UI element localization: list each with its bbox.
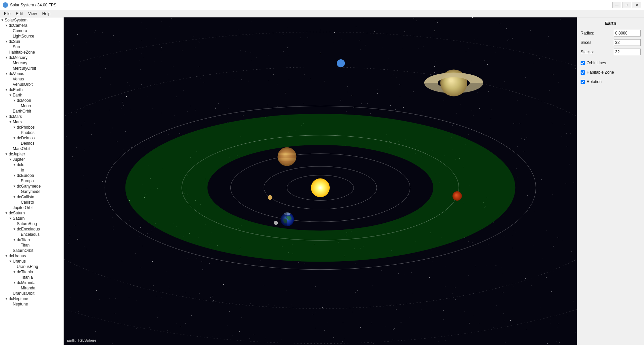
menu-edit[interactable]: Edit (13, 11, 25, 17)
tree-item-solarsystem[interactable]: ▼SolarSystem (0, 17, 63, 23)
tree-item-titan[interactable]: Titan (0, 243, 63, 248)
close-button[interactable]: ✕ (633, 2, 641, 8)
stacks-input[interactable] (614, 49, 641, 55)
tree-item-dcio[interactable]: ▼dcIo (0, 162, 63, 167)
solar-system-canvas (64, 17, 577, 345)
tree-label-saturnorbit: SaturnOrbit (13, 248, 33, 253)
habitable-zone-label[interactable]: Habitable Zone (587, 70, 614, 75)
tree-item-dcsun[interactable]: ▼dcSun (0, 39, 63, 44)
menu-view[interactable]: View (25, 11, 40, 17)
tree-item-marsorbit[interactable]: MarsOrbit (0, 146, 63, 151)
tree-item-earthorbit[interactable]: EarthOrbit (0, 109, 63, 114)
orbit-lines-checkbox[interactable] (581, 61, 585, 65)
tree-item-venus[interactable]: Venus (0, 76, 63, 82)
tree-item-dcmercury[interactable]: ▼dcMercury (0, 55, 63, 60)
tree-item-dcuranus[interactable]: ▼dcUranus (0, 253, 63, 259)
slices-input[interactable] (614, 39, 641, 46)
tree-label-dcuranus: dcUranus (9, 254, 26, 258)
radius-label: Radius: (581, 31, 594, 36)
tree-toggle-earth: ▼ (8, 93, 13, 97)
titlebar: Solar System / 34.00 FPS — □ ✕ (0, 0, 644, 10)
tree-item-enceladus[interactable]: Enceladus (0, 232, 63, 237)
tree-label-dcganymede: dcGanymede (17, 184, 41, 189)
tree-label-phobos: Phobos (21, 130, 35, 135)
tree-item-sun[interactable]: Sun (0, 44, 63, 50)
tree-item-uranusorbit[interactable]: UranusOrbit (0, 291, 63, 296)
tree-toggle-dcganymede: ▼ (12, 185, 17, 188)
tree-item-dcmars[interactable]: ▼dcMars (0, 114, 63, 119)
tree-item-mercury[interactable]: Mercury (0, 60, 63, 66)
titlebar-controls: — □ ✕ (612, 2, 641, 8)
tree-label-saturnring: SaturnRing (17, 221, 37, 226)
minimize-button[interactable]: — (612, 2, 621, 8)
tree-item-dcearth[interactable]: ▼dcEarth (0, 87, 63, 92)
tree-item-mars[interactable]: ▼Mars (0, 119, 63, 125)
stacks-label: Stacks: (581, 50, 594, 54)
tree-item-saturn[interactable]: ▼Saturn (0, 216, 63, 221)
titlebar-title: Solar System / 34.00 FPS (10, 3, 56, 7)
tree-item-miranda[interactable]: Miranda (0, 285, 63, 291)
tree-item-dceuropa[interactable]: ▼dcEuropa (0, 173, 63, 178)
tree-item-jupiterorbit[interactable]: JupiterOrbit (0, 205, 63, 210)
orbit-lines-label[interactable]: Orbit Lines (587, 61, 606, 65)
tree-toggle-dcdeimos: ▼ (12, 136, 17, 140)
planet-title: Earth (581, 21, 641, 26)
tree-item-saturnorbit[interactable]: SaturnOrbit (0, 248, 63, 253)
tree-label-uranusring: UranusRing (17, 264, 38, 269)
menu-file[interactable]: File (1, 11, 13, 17)
tree-item-dctitania[interactable]: ▼dcTitania (0, 269, 63, 275)
tree-item-titania[interactable]: Titania (0, 275, 63, 280)
tree-item-ganymede[interactable]: Ganymede (0, 189, 63, 194)
tree-toggle-dcphobos: ▼ (12, 126, 17, 129)
tree-item-europa[interactable]: Europa (0, 178, 63, 184)
tree-item-camera[interactable]: Camera (0, 28, 63, 33)
tree-toggle-dcmars: ▼ (4, 115, 9, 118)
tree-item-uranus[interactable]: ▼Uranus (0, 259, 63, 264)
tree-toggle-dctitania: ▼ (12, 270, 17, 274)
tree-toggle-jupiter: ▼ (8, 158, 13, 161)
tree-label-deimos: Deimos (21, 141, 35, 146)
tree-item-habitablezone[interactable]: HabitableZone (0, 50, 63, 55)
tree-item-moon[interactable]: Moon (0, 103, 63, 109)
tree-label-venusorbit: VenusOrbit (13, 82, 33, 87)
tree-item-jupiter[interactable]: ▼Jupiter (0, 157, 63, 162)
tree-item-dcjupiter[interactable]: ▼dcJupiter (0, 151, 63, 157)
rotation-row: Rotation (581, 79, 641, 84)
tree-item-dcphobos[interactable]: ▼dcPhobos (0, 125, 63, 130)
tree-label-mercuryorbit: MercuryOrbit (13, 66, 36, 71)
tree-item-dcsaturn[interactable]: ▼dcSaturn (0, 210, 63, 216)
tree-item-deimos[interactable]: Deimos (0, 141, 63, 146)
tree-item-dcvenus[interactable]: ▼dcVenus (0, 71, 63, 76)
tree-item-mercuryorbit[interactable]: MercuryOrbit (0, 66, 63, 71)
tree-item-neptune[interactable]: Neptune (0, 301, 63, 307)
tree-item-earth[interactable]: ▼Earth (0, 92, 63, 98)
maximize-button[interactable]: □ (623, 2, 631, 8)
tree-item-dcmoon[interactable]: ▼dcMoon (0, 98, 63, 103)
viewport[interactable]: Earth: TGLSphere (64, 17, 577, 345)
tree-toggle-dccallisto: ▼ (12, 195, 17, 199)
habitable-zone-checkbox[interactable] (581, 70, 585, 75)
tree-item-venusorbit[interactable]: VenusOrbit (0, 82, 63, 87)
tree-toggle-dcvenus: ▼ (4, 72, 9, 75)
tree-item-dccallisto[interactable]: ▼dcCallisto (0, 194, 63, 200)
tree-item-dcenceladus[interactable]: ▼dcEnceladus (0, 226, 63, 232)
tree-item-lightsource[interactable]: LightSource (0, 33, 63, 39)
tree-label-dcmercury: dcMercury (9, 55, 28, 60)
tree-label-dcdeimos: dcDeimos (17, 136, 35, 140)
radius-input[interactable] (614, 30, 641, 37)
tree-item-dcganymede[interactable]: ▼dcGanymede (0, 184, 63, 189)
tree-item-callisto[interactable]: Callisto (0, 200, 63, 205)
rotation-checkbox[interactable] (581, 80, 585, 84)
tree-item-dcdeimos[interactable]: ▼dcDeimos (0, 135, 63, 141)
tree-item-io[interactable]: Io (0, 167, 63, 173)
tree-item-dcmiranda[interactable]: ▼dcMiranda (0, 280, 63, 285)
tree-item-phobos[interactable]: Phobos (0, 130, 63, 135)
tree-label-earthorbit: EarthOrbit (13, 109, 31, 114)
tree-item-dcneptune[interactable]: ▼dcNeptune (0, 296, 63, 301)
menu-help[interactable]: Help (40, 11, 53, 17)
tree-item-saturnring[interactable]: SaturnRing (0, 221, 63, 226)
tree-item-dccamera[interactable]: ▼dcCamera (0, 23, 63, 28)
tree-item-uranusring[interactable]: UranusRing (0, 264, 63, 269)
tree-item-dctitan[interactable]: ▼dcTitan (0, 237, 63, 243)
rotation-label[interactable]: Rotation (587, 79, 602, 84)
